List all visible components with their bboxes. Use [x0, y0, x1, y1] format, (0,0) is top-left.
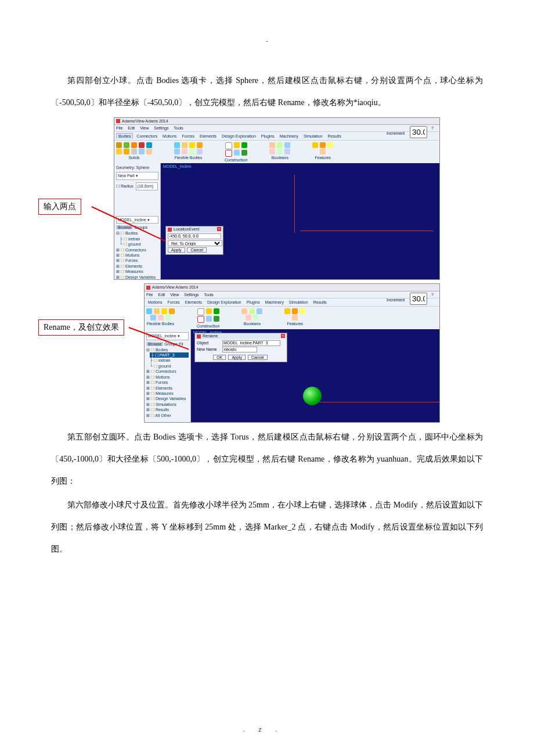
group-label-flexible: Flexible Bodies — [175, 156, 202, 160]
group-label-features: Features — [315, 156, 331, 160]
dlg-title: LocationEvent — [174, 227, 199, 231]
apply-button[interactable]: Apply — [168, 247, 185, 253]
tab-browse[interactable]: Browse — [146, 342, 163, 346]
close-icon[interactable]: × — [217, 227, 221, 231]
figure-1-wrap: 输入两点 Adams/View Adams 2014 File Edit Vie… — [51, 117, 483, 280]
model-tree[interactable]: ⊟ ☐ Bodies ├ ☐ PART_3 ├ ☐ xieban └ ☐ gro… — [146, 347, 189, 419]
menubar: File Edit View Settings Tools ? Incremen… — [114, 125, 439, 132]
location-event-dialog: LocationEvent× Rel. To Origin Apply Canc… — [165, 226, 223, 255]
sidebar: Geometry: Sphere New Part ▾ ☐ Radius (10… — [114, 163, 161, 279]
app-icon — [116, 119, 120, 123]
menu-settings[interactable]: Settings — [154, 126, 168, 130]
obj-input[interactable] — [222, 340, 280, 346]
ribbon-toolbar: Solids Flexible Bodies Construction Bool… — [114, 141, 439, 163]
dlg-title: Rename — [203, 334, 218, 338]
tab-simulation[interactable]: Simulation — [302, 134, 324, 139]
increment-input[interactable] — [410, 293, 427, 305]
model-select[interactable]: MODEL_incline ▾ — [116, 216, 158, 224]
group-solids: Solids — [116, 142, 152, 162]
menu-view[interactable]: View — [170, 293, 179, 297]
help-icon[interactable]: ? — [431, 126, 434, 130]
menu-view[interactable]: View — [140, 126, 149, 130]
group-label-construction: Construction — [225, 158, 247, 162]
group-features: Features — [284, 308, 305, 328]
name-label: New Name — [197, 347, 222, 351]
model-tree[interactable]: ⊟ ☐ Bodies ├ ☐ xieban └ ☐ ground ⊞ ☐ Con… — [116, 231, 158, 279]
rel-select[interactable]: Rel. To Origin — [168, 240, 222, 246]
tree-selected: PART_3 — [160, 353, 175, 357]
menu-settings[interactable]: Settings — [184, 293, 199, 297]
group-label-booleans: Booleans — [272, 156, 288, 160]
group-features: Features — [312, 142, 333, 162]
group-label-booleans: Booleans — [244, 322, 261, 326]
sphere-model[interactable] — [303, 387, 322, 405]
viewport[interactable]: MODEL_incline Rename× Object New Name OK… — [191, 329, 439, 422]
axis-y — [294, 175, 295, 233]
tab-machinery[interactable]: Machinery — [278, 134, 300, 139]
window-title: Adams/View Adams 2014 — [122, 119, 168, 123]
tab-simulation[interactable]: Simulation — [287, 300, 310, 305]
tab-elements[interactable]: Elements — [198, 134, 218, 139]
cancel-button[interactable]: Cancel — [248, 355, 268, 360]
menu-edit[interactable]: Edit — [128, 126, 135, 130]
group-construction: Construction — [225, 142, 247, 162]
tab-connectors[interactable]: Connectors — [135, 134, 159, 139]
new-part-select[interactable]: New Part ▾ — [116, 172, 158, 180]
menubar: File Edit View Settings Tools ? Incremen… — [145, 291, 439, 298]
rename-dialog: Rename× Object New Name OK Apply Cancel — [194, 333, 287, 362]
tab-forces[interactable]: Forces — [181, 134, 196, 139]
increment-field[interactable]: Increment — [387, 293, 427, 305]
axis-x — [315, 402, 439, 402]
callout-input-two-points: 输入两点 — [38, 199, 81, 215]
adams-screenshot-2: Adams/View Adams 2014 File Edit View Set… — [144, 283, 440, 423]
radius-value[interactable]: (10.0cm) — [136, 182, 158, 190]
tab-results[interactable]: Results — [312, 300, 329, 305]
radius-row: ☐ Radius (10.0cm) — [116, 181, 158, 192]
viewport-title: MODEL_incline — [163, 164, 192, 168]
menu-file[interactable]: File — [146, 293, 153, 297]
increment-input[interactable] — [410, 126, 427, 138]
apply-button[interactable]: Apply — [228, 355, 246, 360]
app-icon — [146, 286, 150, 290]
menu-tools[interactable]: Tools — [204, 293, 214, 297]
paragraph-4: 第四部创立小球。点击 Bodies 选项卡，选择 Sphere，然后建模区点击鼠… — [51, 70, 483, 114]
tab-motions[interactable]: Motions — [161, 134, 179, 139]
figure-2-wrap: Rename，及创立效果 Adams/View Adams 2014 File … — [51, 283, 483, 423]
increment-field[interactable]: Increment — [387, 126, 427, 138]
menu-file[interactable]: File — [116, 126, 122, 130]
tab-bodies[interactable]: Bodies — [116, 133, 133, 139]
tab-design-exploration[interactable]: Design Exploration — [205, 300, 243, 305]
coord-input[interactable] — [168, 233, 221, 239]
group-flexible: Flexible Bodies — [174, 142, 203, 162]
sidebar: MODEL_incline ▾ Browse Groups Fil ⊟ ☐ Bo… — [145, 329, 191, 422]
group-construction: Construction — [197, 308, 219, 328]
group-label-construction: Construction — [197, 324, 219, 328]
tab-motions[interactable]: Motions — [146, 300, 164, 305]
tab-plugins[interactable]: Plugins — [259, 134, 276, 139]
help-icon[interactable]: ? — [431, 293, 434, 297]
tab-results[interactable]: Results — [326, 134, 343, 139]
cancel-button[interactable]: Cancel — [187, 247, 207, 253]
group-label-solids: Solids — [128, 156, 139, 160]
menu-edit[interactable]: Edit — [158, 293, 165, 297]
close-icon[interactable]: × — [281, 334, 285, 338]
callout-rename: Rename，及创立效果 — [38, 319, 124, 336]
ok-button[interactable]: OK — [213, 355, 226, 360]
tab-plugins[interactable]: Plugins — [245, 300, 262, 305]
window-title: Adams/View Adams 2014 — [152, 285, 199, 289]
tab-forces[interactable]: Forces — [165, 300, 181, 305]
sphere-tool-icon[interactable] — [139, 142, 145, 148]
tab-elements[interactable]: Elements — [183, 300, 204, 305]
page-footer: .z. — [0, 726, 534, 733]
obj-label: Object — [197, 341, 222, 345]
window-titlebar: Adams/View Adams 2014 — [145, 284, 439, 291]
tab-design-exploration[interactable]: Design Exploration — [220, 134, 258, 139]
name-input[interactable] — [222, 347, 257, 352]
group-label-flexible: Flexible Bodies — [147, 322, 174, 326]
tab-machinery[interactable]: Machinery — [264, 300, 286, 305]
header-dash: - — [51, 37, 483, 44]
viewport[interactable]: MODEL_incline LocationEvent× Rel. To Ori… — [161, 163, 439, 279]
paragraph-6: 第六部修改小球尺寸及位置。首先修改小球半径为 25mm，在小球上右键，选择球体，… — [51, 494, 483, 560]
tab-browse[interactable]: Browse — [116, 225, 133, 229]
menu-tools[interactable]: Tools — [174, 126, 183, 130]
